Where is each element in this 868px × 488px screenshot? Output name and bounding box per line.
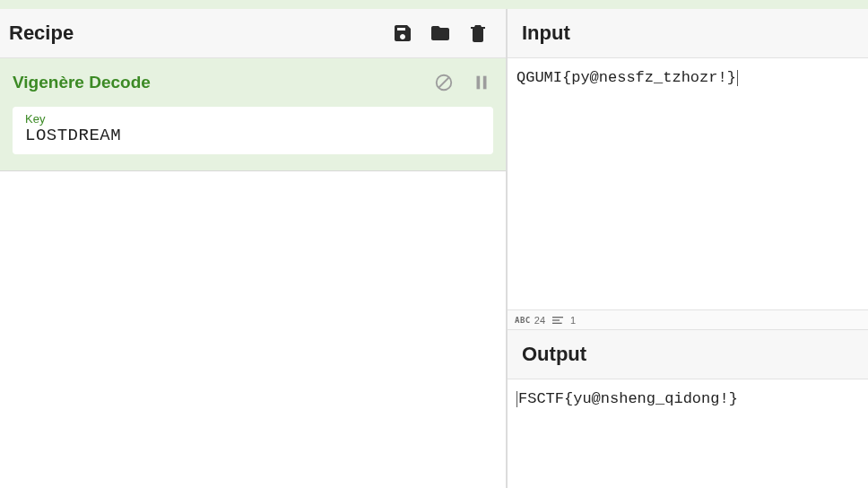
abc-icon: ABC <box>515 316 531 325</box>
svg-rect-3 <box>483 76 487 90</box>
trash-icon[interactable] <box>463 18 493 48</box>
save-icon[interactable] <box>387 18 418 48</box>
key-input[interactable] <box>25 126 481 145</box>
input-panel: Input QGUMI{py@nessfz_tzhozr!} <box>508 9 868 309</box>
input-textarea[interactable]: QGUMI{py@nessfz_tzhozr!} <box>508 58 868 309</box>
app-root: Recipe Vigenère Decode Ke <box>0 9 868 488</box>
recipe-column: Recipe Vigenère Decode Ke <box>0 9 507 488</box>
output-title: Output <box>508 330 868 379</box>
folder-icon[interactable] <box>425 18 456 48</box>
output-panel: Output FSCTF{yu@nsheng_qidong!} <box>508 329 868 488</box>
char-count: 24 <box>534 315 545 326</box>
top-strip <box>0 0 868 9</box>
svg-line-1 <box>439 78 449 88</box>
svg-rect-6 <box>552 322 562 323</box>
lines-icon <box>552 315 567 326</box>
operation-title: Vigenère Decode <box>13 73 418 92</box>
operation-header: Vigenère Decode <box>13 71 493 94</box>
recipe-empty-area[interactable] <box>0 171 506 488</box>
recipe-title: Recipe <box>9 22 380 45</box>
svg-rect-4 <box>552 317 563 318</box>
line-count-chip: 1 <box>552 315 576 326</box>
io-column: Input QGUMI{py@nessfz_tzhozr!} ABC 24 1 … <box>507 9 868 488</box>
input-status-bar: ABC 24 1 <box>508 309 868 329</box>
svg-rect-2 <box>477 76 481 90</box>
key-label: Key <box>25 112 481 126</box>
input-title: Input <box>508 9 868 58</box>
output-textarea[interactable]: FSCTF{yu@nsheng_qidong!} <box>508 379 868 488</box>
operation-card: Vigenère Decode Key <box>0 58 506 171</box>
recipe-header: Recipe <box>0 9 506 58</box>
char-count-chip: ABC 24 <box>515 315 545 326</box>
line-count: 1 <box>570 315 576 326</box>
pause-icon[interactable] <box>470 71 493 94</box>
key-field[interactable]: Key <box>13 107 493 154</box>
disable-icon[interactable] <box>432 71 456 94</box>
svg-rect-5 <box>552 319 560 320</box>
